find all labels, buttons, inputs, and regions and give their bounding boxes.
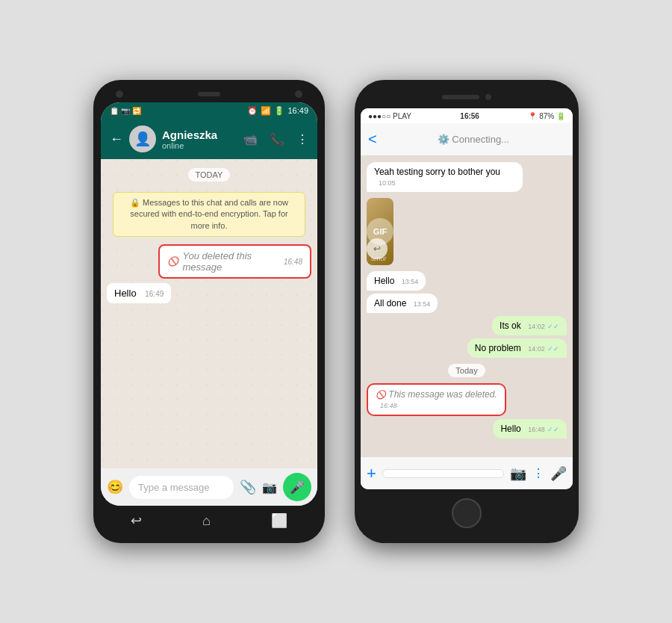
iphone-msg-5: No problem 14:02 ✓✓ — [467, 338, 567, 358]
iphone-deleted-message: 🚫 This message was deleted. 16:48 — [367, 383, 506, 416]
iphone-camera-dot — [485, 94, 491, 100]
back-button[interactable]: ← — [110, 131, 123, 147]
contact-status: online — [162, 141, 237, 150]
message-input-placeholder: Type a message — [138, 482, 209, 493]
iphone-speaker — [442, 95, 479, 99]
iphone-more-icon[interactable]: ⋮ — [532, 466, 544, 480]
android-status-bar: 📋 📷 🔁 ⏰ 📶 🔋 16:49 — [101, 102, 317, 119]
attach-icon[interactable]: 📎 — [240, 479, 256, 495]
msg-time-4: 14:02 — [528, 323, 545, 330]
msg-text-5: No problem — [475, 343, 521, 353]
iphone-back-button[interactable]: < — [368, 131, 377, 148]
deleted-message-time: 16:48 — [284, 258, 302, 266]
date-badge: TODAY — [188, 168, 231, 182]
gif-placeholder: GIF tenor ↩ — [367, 198, 393, 265]
iphone-deleted-text: This message was deleted. — [388, 389, 497, 400]
system-message[interactable]: 🔒 Messages to this chat and calls are no… — [113, 192, 305, 237]
android-nav-bar: ↩ ⌂ ⬜ — [101, 506, 317, 536]
loading-icon: ⚙️ — [438, 134, 449, 145]
recent-nav-icon[interactable]: ⬜ — [271, 512, 287, 529]
iphone-signal: ●●●○○ PLAY — [368, 112, 411, 120]
iphone-msg-4: Its ok 14:02 ✓✓ — [492, 316, 567, 335]
iphone-header: < ⚙️ Connecting... — [361, 123, 573, 156]
iphone-status-bar: ●●●○○ PLAY 16:56 📍 87% 🔋 — [361, 108, 573, 123]
msg-time-8: 16:48 — [528, 426, 545, 433]
deleted-icon: 🚫 — [167, 256, 178, 267]
header-icons: 📹 📞 ⋮ — [243, 132, 308, 146]
iphone-msg-2: Hello 13:54 — [367, 271, 426, 291]
contact-info: Agnieszka online — [162, 128, 237, 150]
iphone-battery-area: 📍 87% 🔋 — [528, 112, 565, 120]
connecting-text: Connecting... — [452, 134, 509, 145]
android-screen: 📋 📷 🔁 ⏰ 📶 🔋 16:49 ← 👤 Agnieszka online — [101, 102, 317, 506]
mic-button[interactable]: 🎤 — [283, 473, 311, 501]
iphone-message-input[interactable] — [382, 469, 504, 478]
msg-time-0: 10:05 — [379, 179, 396, 187]
android-speaker — [198, 92, 220, 96]
msg-time-2: 13:54 — [402, 278, 419, 285]
android-chat-area: TODAY 🔒 Messages to this chat and calls … — [101, 159, 317, 468]
msg-checks-8: ✓✓ — [547, 426, 559, 433]
home-nav-icon[interactable]: ⌂ — [202, 513, 211, 529]
msg-text-2: Hello — [374, 276, 394, 286]
message-text: Hello — [114, 288, 137, 299]
battery-icon: 🔋 — [274, 106, 284, 116]
msg-text-0: Yeah testing sorry to bother you — [374, 167, 500, 177]
gif-message: GIF tenor ↩ — [367, 195, 393, 268]
iphone-deleted-icon: 🚫 — [376, 390, 386, 399]
msg-checks-5: ✓✓ — [547, 345, 559, 353]
msg-text-4: Its ok — [500, 320, 521, 331]
iphone-screen: ●●●○○ PLAY 16:56 📍 87% 🔋 < ⚙️ Connecting… — [361, 108, 573, 489]
iphone-top-bar — [361, 86, 573, 108]
android-sensor — [295, 90, 302, 98]
android-status-left: 📋 📷 🔁 — [110, 107, 141, 115]
iphone-battery: 87% — [539, 112, 554, 120]
android-phone: 📋 📷 🔁 ⏰ 📶 🔋 16:49 ← 👤 Agnieszka online — [93, 80, 325, 543]
msg-text-3: All done — [374, 298, 406, 309]
back-nav-icon[interactable]: ↩ — [131, 512, 142, 529]
msg-text-8: Hello — [500, 424, 520, 434]
more-options-icon[interactable]: ⋮ — [296, 132, 308, 146]
iphone-time: 16:56 — [460, 112, 479, 120]
msg-time-3: 13:54 — [414, 300, 431, 308]
camera-icon[interactable]: 📷 — [262, 480, 277, 495]
avatar: 👤 — [129, 125, 156, 152]
contact-name: Agnieszka — [162, 128, 237, 141]
iphone-input-bar: + 📷 ⋮ 🎤 — [361, 456, 573, 489]
connecting-status: ⚙️ Connecting... — [382, 134, 565, 145]
msg-checks-4: ✓✓ — [547, 323, 559, 330]
android-status-right: ⏰ 📶 🔋 16:49 — [247, 106, 308, 116]
iphone-msg-3: All done 13:54 — [367, 294, 438, 313]
msg-time-5: 14:02 — [528, 345, 545, 353]
iphone: ●●●○○ PLAY 16:56 📍 87% 🔋 < ⚙️ Connecting… — [355, 80, 579, 543]
message-time: 16:49 — [145, 290, 164, 298]
video-call-icon[interactable]: 📹 — [243, 132, 258, 146]
android-status-icons: 📋 📷 🔁 — [110, 107, 141, 115]
message-bubble-hello: Hello 16:49 — [107, 283, 171, 303]
call-icon[interactable]: 📞 — [270, 132, 284, 146]
gif-forward-icon[interactable]: ↩ — [367, 238, 388, 259]
android-header: ← 👤 Agnieszka online 📹 📞 ⋮ — [101, 119, 317, 159]
android-input-bar: 😊 Type a message 📎 📷 🎤 — [101, 468, 317, 506]
iphone-chat-area: Yeah testing sorry to bother you 10:05 G… — [361, 156, 573, 456]
iphone-plus-button[interactable]: + — [367, 464, 376, 483]
iphone-mic-icon[interactable]: 🎤 — [550, 465, 567, 482]
deleted-message-bubble: 🚫 You deleted this message 16:48 — [158, 244, 312, 279]
iphone-camera-icon[interactable]: 📷 — [510, 465, 526, 482]
alarm-icon: ⏰ — [247, 106, 258, 116]
iphone-home-button[interactable] — [452, 498, 482, 528]
wifi-icon: 📶 — [261, 106, 271, 116]
deleted-message-text: You deleted this message — [183, 250, 273, 273]
location-icon: 📍 — [528, 112, 537, 120]
iphone-msg-0: Yeah testing sorry to bother you 10:05 — [367, 162, 523, 192]
emoji-icon[interactable]: 😊 — [107, 479, 123, 495]
iphone-msg-8: Hello 16:48 ✓✓ — [493, 419, 567, 438]
message-input[interactable]: Type a message — [129, 476, 234, 499]
status-time: 16:49 — [287, 106, 308, 115]
iphone-date-badge: Today — [448, 364, 485, 377]
android-front-camera — [116, 90, 123, 98]
iphone-deleted-time: 16:48 — [380, 402, 397, 409]
